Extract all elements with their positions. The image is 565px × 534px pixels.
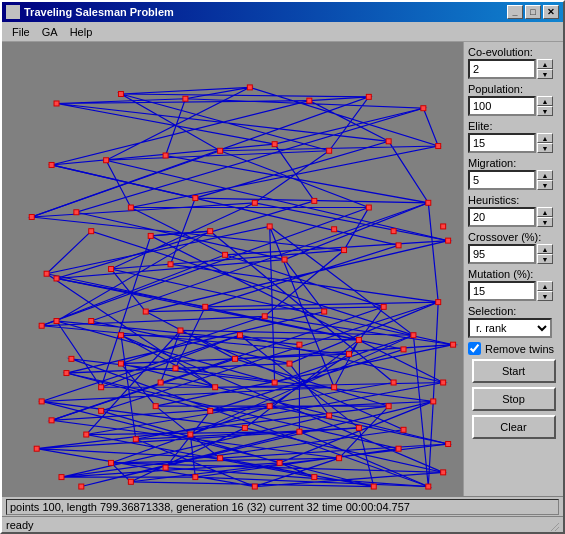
canvas-area[interactable] [2,42,463,496]
stop-button[interactable]: Stop [472,387,556,411]
title-bar: Traveling Salesman Problem _ □ ✕ [2,2,563,22]
elite-up[interactable]: ▲ [537,133,553,143]
coevolution-input[interactable] [468,59,536,79]
elite-label: Elite: [468,120,559,132]
svg-line-1 [555,527,559,531]
migration-down[interactable]: ▼ [537,180,553,190]
window-title: Traveling Salesman Problem [24,6,174,18]
population-down[interactable]: ▼ [537,106,553,116]
status-bar: points 100, length 799.36871338, generat… [2,496,563,516]
selection-select[interactable]: r. rank tournament roulette [468,318,552,338]
elite-group: Elite: ▲ ▼ [468,120,559,153]
population-up[interactable]: ▲ [537,96,553,106]
remove-twins-label: Remove twins [485,343,554,355]
selection-group: Selection: r. rank tournament roulette [468,305,559,338]
mutation-down[interactable]: ▼ [537,291,553,301]
migration-label: Migration: [468,157,559,169]
clear-button[interactable]: Clear [472,415,556,439]
mutation-group: Mutation (%): ▲ ▼ [468,268,559,301]
crossover-up[interactable]: ▲ [537,244,553,254]
coevolution-up[interactable]: ▲ [537,59,553,69]
elite-input[interactable] [468,133,536,153]
ready-bar: ready [2,516,563,532]
migration-input[interactable] [468,170,536,190]
migration-up[interactable]: ▲ [537,170,553,180]
heuristics-up[interactable]: ▲ [537,207,553,217]
crossover-row: ▲ ▼ [468,244,559,264]
heuristics-group: Heuristics: ▲ ▼ [468,194,559,227]
heuristics-row: ▲ ▼ [468,207,559,227]
crossover-spinners: ▲ ▼ [537,244,553,264]
mutation-up[interactable]: ▲ [537,281,553,291]
menu-file[interactable]: File [6,24,36,40]
mutation-row: ▲ ▼ [468,281,559,301]
maximize-button[interactable]: □ [525,5,541,19]
close-button[interactable]: ✕ [543,5,559,19]
population-label: Population: [468,83,559,95]
crossover-down[interactable]: ▼ [537,254,553,264]
crossover-input[interactable] [468,244,536,264]
menu-ga[interactable]: GA [36,24,64,40]
coevolution-label: Co-evolution: [468,46,559,58]
minimize-button[interactable]: _ [507,5,523,19]
heuristics-down[interactable]: ▼ [537,217,553,227]
heuristics-label: Heuristics: [468,194,559,206]
main-content: Co-evolution: ▲ ▼ Population: ▲ ▼ [2,42,563,496]
start-button[interactable]: Start [472,359,556,383]
svg-line-0 [551,523,559,531]
migration-group: Migration: ▲ ▼ [468,157,559,190]
tsp-canvas [2,42,463,496]
heuristics-spinners: ▲ ▼ [537,207,553,227]
remove-twins-checkbox[interactable] [468,342,481,355]
migration-row: ▲ ▼ [468,170,559,190]
mutation-spinners: ▲ ▼ [537,281,553,301]
status-text: points 100, length 799.36871338, generat… [6,499,559,515]
app-icon [6,5,20,19]
mutation-input[interactable] [468,281,536,301]
population-row: ▲ ▼ [468,96,559,116]
right-panel: Co-evolution: ▲ ▼ Population: ▲ ▼ [463,42,563,496]
elite-down[interactable]: ▼ [537,143,553,153]
coevolution-down[interactable]: ▼ [537,69,553,79]
menu-help[interactable]: Help [64,24,99,40]
resize-icon [547,519,559,531]
remove-twins-row: Remove twins [468,342,559,355]
selection-row: r. rank tournament roulette [468,318,559,338]
elite-spinners: ▲ ▼ [537,133,553,153]
title-bar-text: Traveling Salesman Problem [6,5,174,19]
crossover-label: Crossover (%): [468,231,559,243]
mutation-label: Mutation (%): [468,268,559,280]
population-group: Population: ▲ ▼ [468,83,559,116]
population-spinners: ▲ ▼ [537,96,553,116]
population-input[interactable] [468,96,536,116]
coevolution-group: Co-evolution: ▲ ▼ [468,46,559,79]
heuristics-input[interactable] [468,207,536,227]
coevolution-row: ▲ ▼ [468,59,559,79]
crossover-group: Crossover (%): ▲ ▼ [468,231,559,264]
main-window: Traveling Salesman Problem _ □ ✕ File GA… [0,0,565,534]
ready-text: ready [6,519,547,531]
selection-label: Selection: [468,305,559,317]
coevolution-spinners: ▲ ▼ [537,59,553,79]
migration-spinners: ▲ ▼ [537,170,553,190]
title-controls: _ □ ✕ [507,5,559,19]
elite-row: ▲ ▼ [468,133,559,153]
menu-bar: File GA Help [2,22,563,42]
